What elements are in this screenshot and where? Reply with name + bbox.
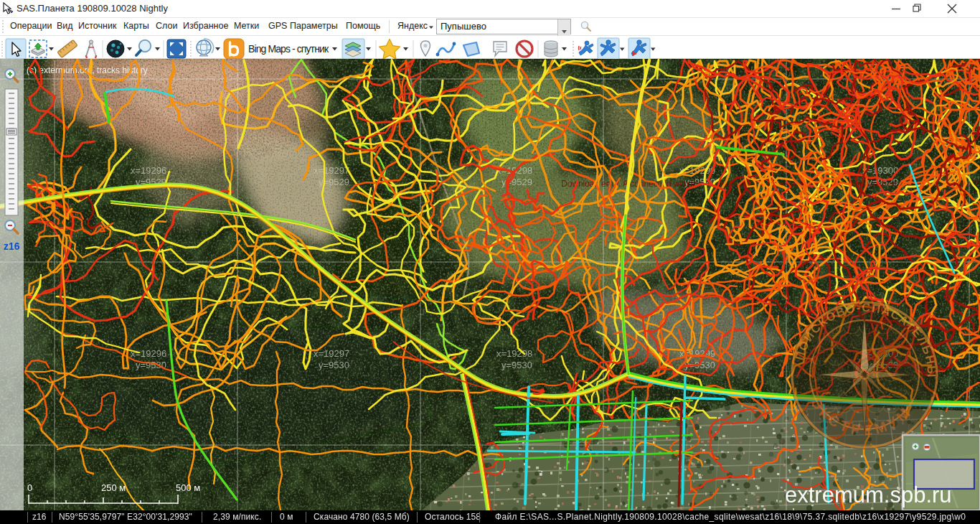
svg-text:extremum.spb.ru: extremum.spb.ru bbox=[785, 482, 952, 507]
svg-text:500 м: 500 м bbox=[176, 482, 200, 493]
svg-text:x=19296: x=19296 bbox=[131, 165, 166, 176]
svg-text:y=9530: y=9530 bbox=[501, 360, 532, 370]
svg-text:z16: z16 bbox=[4, 240, 20, 252]
svg-text:x=19297: x=19297 bbox=[314, 165, 349, 176]
svg-text:250 м: 250 м bbox=[101, 482, 126, 493]
svg-text:x=19296: x=19296 bbox=[131, 348, 166, 359]
svg-text:y=9530: y=9530 bbox=[319, 360, 349, 370]
svg-text:0: 0 bbox=[27, 482, 32, 493]
svg-text:x=19298: x=19298 bbox=[496, 348, 532, 359]
svg-text:Bing Maps - спутник: Bing Maps - спутник bbox=[248, 43, 329, 55]
